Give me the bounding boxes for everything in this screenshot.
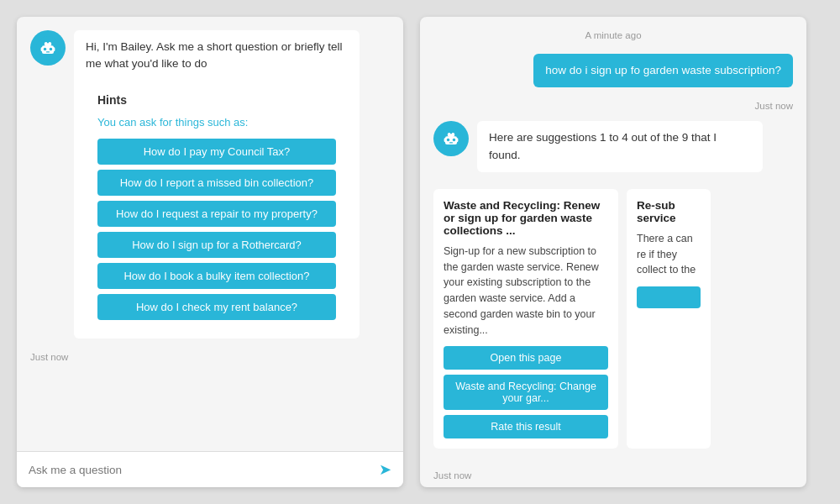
svg-point-6: [47, 41, 50, 44]
bot-avatar-left: [30, 30, 66, 66]
send-icon: ➤: [379, 461, 391, 478]
svg-point-15: [450, 132, 453, 134]
svg-rect-7: [41, 47, 44, 51]
svg-rect-4: [46, 51, 50, 52]
result-card-2: Re-sub service There a can re if they co…: [627, 189, 711, 449]
card1-rate-btn[interactable]: Rate this result: [444, 415, 608, 438]
user-message-text: how do i sign up fo garden waste subscri…: [545, 64, 781, 76]
svg-rect-17: [456, 139, 459, 143]
hint-btn-3[interactable]: How do I sign up for a Rothercard?: [97, 232, 336, 258]
card1-open-btn[interactable]: Open this page: [444, 346, 608, 370]
svg-rect-16: [444, 139, 447, 143]
card1-change-btn[interactable]: Waste and Recycling: Change your gar...: [444, 375, 608, 410]
right-messages: A minute ago how do i sign up fo garden …: [420, 17, 806, 470]
left-chat-panel: Hi, I'm Bailey. Ask me a short question …: [17, 17, 403, 487]
svg-point-3: [50, 48, 53, 51]
bot-avatar-right: [433, 121, 469, 156]
svg-point-11: [447, 139, 450, 142]
greeting-text: Hi, I'm Bailey. Ask me a short question …: [86, 40, 342, 70]
left-chat-input[interactable]: [29, 464, 372, 476]
bot-reply-bubble: Here are suggestions 1 to 4 out of the 9…: [477, 121, 763, 172]
hint-btn-4[interactable]: How do I book a bulky item collection?: [97, 263, 336, 289]
right-just-now-user: Just now: [433, 101, 793, 111]
bot-reply-text: Here are suggestions 1 to 4 out of the 9…: [489, 131, 717, 160]
hint-btn-2[interactable]: How do I request a repair to my property…: [97, 201, 336, 227]
card2-btn[interactable]: [637, 286, 701, 308]
card1-title: Waste and Recycling: Renew or sign up fo…: [444, 199, 608, 237]
result-card-1: Waste and Recycling: Renew or sign up fo…: [433, 189, 618, 449]
minute-ago-label: A minute ago: [433, 30, 793, 40]
hint-btn-5[interactable]: How do I check my rent balance?: [97, 294, 336, 320]
hints-subtitle: You can ask for things such as:: [97, 114, 336, 131]
hint-btn-0[interactable]: How do I pay my Council Tax?: [97, 139, 336, 165]
card1-body: Sign-up for a new subscription to the ga…: [444, 244, 608, 339]
svg-point-12: [453, 139, 456, 142]
cards-row: Waste and Recycling: Renew or sign up fo…: [433, 189, 793, 449]
hints-title: Hints: [97, 92, 336, 109]
bot-reply-row: Here are suggestions 1 to 4 out of the 9…: [433, 121, 793, 172]
hint-btn-1[interactable]: How do I report a missed bin collection?: [97, 170, 336, 196]
user-bubble: how do i sign up fo garden waste subscri…: [533, 54, 793, 87]
left-input-area: ➤: [17, 451, 403, 487]
bot-greeting-row: Hi, I'm Bailey. Ask me a short question …: [30, 30, 390, 339]
svg-rect-8: [53, 47, 55, 51]
card2-title: Re-sub service: [637, 199, 701, 224]
card2-body: There a can re if they collect to the: [637, 231, 701, 278]
right-chat-panel: A minute ago how do i sign up fo garden …: [420, 17, 806, 487]
left-messages: Hi, I'm Bailey. Ask me a short question …: [17, 17, 403, 451]
svg-rect-13: [449, 142, 453, 143]
left-timestamp: Just now: [30, 352, 390, 362]
user-message-row: how do i sign up fo garden waste subscri…: [433, 54, 793, 87]
svg-point-2: [44, 48, 47, 51]
greeting-bubble: Hi, I'm Bailey. Ask me a short question …: [74, 30, 360, 339]
right-timestamp-bottom: Just now: [420, 470, 806, 487]
hints-box: Hints You can ask for things such as: Ho…: [86, 81, 348, 331]
left-send-button[interactable]: ➤: [379, 460, 391, 479]
